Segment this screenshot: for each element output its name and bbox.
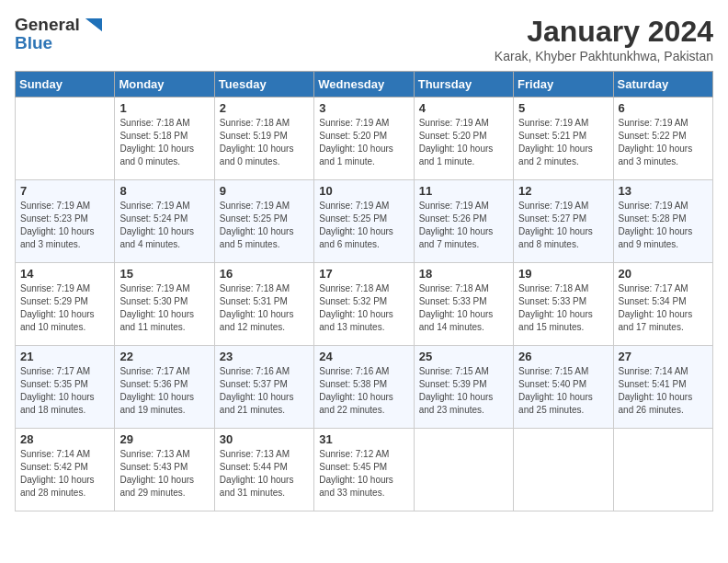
cell-info: Sunrise: 7:19 AM Sunset: 5:20 PM Dayligh… <box>419 117 508 168</box>
cell-info: Sunrise: 7:14 AM Sunset: 5:41 PM Dayligh… <box>619 365 708 417</box>
cell-info: Sunrise: 7:17 AM Sunset: 5:35 PM Dayligh… <box>20 365 109 417</box>
day-number: 4 <box>419 101 508 115</box>
cell-info: Sunrise: 7:19 AM Sunset: 5:26 PM Dayligh… <box>419 200 508 251</box>
calendar-cell: 24Sunrise: 7:16 AM Sunset: 5:38 PM Dayli… <box>314 346 414 429</box>
calendar-cell: 18Sunrise: 7:18 AM Sunset: 5:33 PM Dayli… <box>414 263 513 346</box>
calendar-cell <box>16 98 115 180</box>
day-number: 24 <box>319 350 408 363</box>
cell-info: Sunrise: 7:18 AM Sunset: 5:33 PM Dayligh… <box>518 282 608 334</box>
calendar-cell: 26Sunrise: 7:15 AM Sunset: 5:40 PM Dayli… <box>514 346 613 429</box>
calendar-cell: 27Sunrise: 7:14 AM Sunset: 5:41 PM Dayli… <box>613 346 712 429</box>
calendar-cell: 21Sunrise: 7:17 AM Sunset: 5:35 PM Dayli… <box>16 346 115 429</box>
cell-info: Sunrise: 7:19 AM Sunset: 5:28 PM Dayligh… <box>619 200 708 251</box>
calendar-cell: 23Sunrise: 7:16 AM Sunset: 5:37 PM Dayli… <box>214 346 313 429</box>
calendar-cell: 19Sunrise: 7:18 AM Sunset: 5:33 PM Dayli… <box>514 263 613 346</box>
day-number: 9 <box>220 184 309 198</box>
week-row-3: 14Sunrise: 7:19 AM Sunset: 5:29 PM Dayli… <box>16 263 713 346</box>
calendar-cell: 28Sunrise: 7:14 AM Sunset: 5:42 PM Dayli… <box>16 429 115 511</box>
day-number: 17 <box>319 267 408 281</box>
month-title: January 2024 <box>495 15 713 49</box>
day-number: 18 <box>419 267 508 281</box>
day-number: 2 <box>220 101 309 115</box>
cell-info: Sunrise: 7:19 AM Sunset: 5:27 PM Dayligh… <box>518 200 608 251</box>
week-row-5: 28Sunrise: 7:14 AM Sunset: 5:42 PM Dayli… <box>16 429 713 511</box>
day-number: 30 <box>220 432 309 446</box>
calendar-cell: 12Sunrise: 7:19 AM Sunset: 5:27 PM Dayli… <box>514 180 613 263</box>
calendar-cell: 16Sunrise: 7:18 AM Sunset: 5:31 PM Dayli… <box>214 263 313 346</box>
calendar-cell: 10Sunrise: 7:19 AM Sunset: 5:25 PM Dayli… <box>314 180 414 263</box>
day-number: 23 <box>220 350 309 363</box>
calendar-cell: 1Sunrise: 7:18 AM Sunset: 5:18 PM Daylig… <box>115 98 214 180</box>
cell-info: Sunrise: 7:12 AM Sunset: 5:45 PM Dayligh… <box>319 448 408 500</box>
cell-info: Sunrise: 7:17 AM Sunset: 5:34 PM Dayligh… <box>619 282 708 334</box>
cell-info: Sunrise: 7:19 AM Sunset: 5:24 PM Dayligh… <box>119 200 209 251</box>
cell-info: Sunrise: 7:18 AM Sunset: 5:19 PM Dayligh… <box>220 117 309 168</box>
cell-info: Sunrise: 7:18 AM Sunset: 5:33 PM Dayligh… <box>419 282 508 334</box>
day-number: 19 <box>518 267 608 281</box>
calendar-cell: 29Sunrise: 7:13 AM Sunset: 5:43 PM Dayli… <box>115 429 214 511</box>
day-number: 31 <box>319 432 408 446</box>
day-number: 3 <box>319 101 408 115</box>
day-header-thursday: Thursday <box>414 72 513 98</box>
calendar-cell: 3Sunrise: 7:19 AM Sunset: 5:20 PM Daylig… <box>314 98 414 180</box>
day-number: 15 <box>119 267 209 281</box>
day-number: 5 <box>518 101 608 115</box>
cell-info: Sunrise: 7:19 AM Sunset: 5:20 PM Dayligh… <box>319 117 408 168</box>
calendar-cell: 31Sunrise: 7:12 AM Sunset: 5:45 PM Dayli… <box>314 429 414 511</box>
day-number: 12 <box>518 184 608 198</box>
logo: General Blue <box>15 15 102 53</box>
logo-blue-text: Blue <box>15 33 52 53</box>
cell-info: Sunrise: 7:19 AM Sunset: 5:25 PM Dayligh… <box>319 200 408 251</box>
cell-info: Sunrise: 7:19 AM Sunset: 5:21 PM Dayligh… <box>518 117 608 168</box>
location-title: Karak, Khyber Pakhtunkhwa, Pakistan <box>495 49 713 63</box>
cell-info: Sunrise: 7:18 AM Sunset: 5:32 PM Dayligh… <box>319 282 408 334</box>
day-header-friday: Friday <box>514 72 613 98</box>
day-number: 6 <box>619 101 708 115</box>
cell-info: Sunrise: 7:19 AM Sunset: 5:30 PM Dayligh… <box>119 282 209 334</box>
calendar-cell: 20Sunrise: 7:17 AM Sunset: 5:34 PM Dayli… <box>613 263 712 346</box>
day-number: 21 <box>20 350 109 363</box>
cell-info: Sunrise: 7:15 AM Sunset: 5:39 PM Dayligh… <box>419 365 508 417</box>
title-area: January 2024 Karak, Khyber Pakhtunkhwa, … <box>495 15 713 63</box>
day-header-tuesday: Tuesday <box>214 72 313 98</box>
calendar-cell: 11Sunrise: 7:19 AM Sunset: 5:26 PM Dayli… <box>414 180 513 263</box>
calendar-cell: 4Sunrise: 7:19 AM Sunset: 5:20 PM Daylig… <box>414 98 513 180</box>
day-number: 27 <box>619 350 708 363</box>
day-header-wednesday: Wednesday <box>314 72 414 98</box>
cell-info: Sunrise: 7:19 AM Sunset: 5:22 PM Dayligh… <box>619 117 708 168</box>
day-header-monday: Monday <box>115 72 214 98</box>
calendar-cell: 2Sunrise: 7:18 AM Sunset: 5:19 PM Daylig… <box>214 98 313 180</box>
week-row-1: 1Sunrise: 7:18 AM Sunset: 5:18 PM Daylig… <box>16 98 713 180</box>
cell-info: Sunrise: 7:19 AM Sunset: 5:25 PM Dayligh… <box>220 200 309 251</box>
day-number: 29 <box>119 432 209 446</box>
week-row-4: 21Sunrise: 7:17 AM Sunset: 5:35 PM Dayli… <box>16 346 713 429</box>
cell-info: Sunrise: 7:15 AM Sunset: 5:40 PM Dayligh… <box>518 365 608 417</box>
calendar-cell <box>613 429 712 511</box>
day-number: 26 <box>518 350 608 363</box>
calendar-cell: 13Sunrise: 7:19 AM Sunset: 5:28 PM Dayli… <box>613 180 712 263</box>
day-number: 1 <box>119 101 209 115</box>
week-row-2: 7Sunrise: 7:19 AM Sunset: 5:23 PM Daylig… <box>16 180 713 263</box>
day-header-sunday: Sunday <box>16 72 115 98</box>
cell-info: Sunrise: 7:13 AM Sunset: 5:43 PM Dayligh… <box>119 448 209 500</box>
day-number: 7 <box>20 184 109 198</box>
day-number: 22 <box>119 350 209 363</box>
calendar-cell: 14Sunrise: 7:19 AM Sunset: 5:29 PM Dayli… <box>16 263 115 346</box>
cell-info: Sunrise: 7:16 AM Sunset: 5:37 PM Dayligh… <box>220 365 309 417</box>
cell-info: Sunrise: 7:16 AM Sunset: 5:38 PM Dayligh… <box>319 365 408 417</box>
cell-info: Sunrise: 7:17 AM Sunset: 5:36 PM Dayligh… <box>119 365 209 417</box>
cell-info: Sunrise: 7:18 AM Sunset: 5:31 PM Dayligh… <box>220 282 309 334</box>
day-number: 28 <box>20 432 109 446</box>
day-number: 11 <box>419 184 508 198</box>
day-number: 8 <box>119 184 209 198</box>
cell-info: Sunrise: 7:14 AM Sunset: 5:42 PM Dayligh… <box>20 448 109 500</box>
logo-triangle-icon <box>82 15 102 35</box>
day-number: 16 <box>220 267 309 281</box>
calendar-cell: 25Sunrise: 7:15 AM Sunset: 5:39 PM Dayli… <box>414 346 513 429</box>
cell-info: Sunrise: 7:18 AM Sunset: 5:18 PM Dayligh… <box>119 117 209 168</box>
day-number: 14 <box>20 267 109 281</box>
calendar-cell <box>414 429 513 511</box>
cell-info: Sunrise: 7:19 AM Sunset: 5:23 PM Dayligh… <box>20 200 109 251</box>
calendar-cell: 15Sunrise: 7:19 AM Sunset: 5:30 PM Dayli… <box>115 263 214 346</box>
logo-container: General Blue <box>15 15 102 53</box>
